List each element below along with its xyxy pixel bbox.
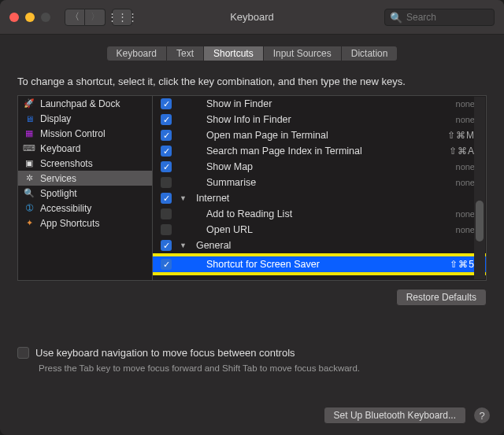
minimize-window-button[interactable] [25,13,35,22]
category-services[interactable]: ✲Services [18,171,152,186]
footer: Set Up Bluetooth Keyboard... ? [324,407,490,424]
category-label: Accessibility [40,203,91,214]
grid-icon: ⋮⋮⋮ [107,11,138,23]
shortcut-row[interactable]: ✓Show Mapnone [153,159,486,175]
tab-text[interactable]: Text [167,46,204,61]
category-display[interactable]: 🖥Display [18,111,152,126]
category-mission-control[interactable]: ▦Mission Control [18,126,152,141]
tab-keyboard[interactable]: Keyboard [106,46,167,61]
chevron-left-icon: 〈 [70,10,80,24]
shortcut-row[interactable]: ✓Open man Page in Terminal⇧⌘M [153,127,486,143]
spotlight-icon: 🔍 [23,188,35,199]
search-input[interactable] [406,12,489,23]
launchpad-icon: 🚀 [23,98,35,109]
category-label: App Shortcuts [40,218,99,229]
close-window-button[interactable] [9,13,19,22]
shortcut-checkbox[interactable]: ✓ [161,130,172,141]
shortcut-label: Show Map [206,161,448,172]
shortcut-key[interactable]: none [456,209,475,219]
restore-defaults-button[interactable]: Restore Defaults [396,289,487,306]
scrollbar[interactable] [474,97,485,279]
titlebar: 〈 〉 ⋮⋮⋮ Keyboard 🔍 [0,0,504,35]
shortcut-checkbox[interactable]: ✓ [161,193,172,204]
shortcut-label: Add to Reading List [206,208,448,219]
zoom-window-button[interactable] [41,13,50,22]
restore-row: Restore Defaults [0,281,504,306]
shortcut-checkbox[interactable]: ✓ [161,259,172,270]
shortcut-key[interactable]: none [456,225,475,234]
category-spotlight[interactable]: 🔍Spotlight [18,186,152,201]
highlighted-shortcut: ✓Shortcut for Screen Saver⇧⌘5 [153,253,487,275]
category-label: Keyboard [40,143,80,154]
tab-dictation[interactable]: Dictation [342,46,398,61]
bluetooth-keyboard-button[interactable]: Set Up Bluetooth Keyboard... [324,407,466,424]
shortcut-key[interactable]: none [456,178,475,187]
help-button[interactable]: ? [474,407,490,423]
keyboard-nav-label: Use keyboard navigation to move focus be… [35,347,295,359]
forward-button[interactable]: 〉 [85,9,106,26]
shortcut-key[interactable]: none [456,162,475,171]
keyboard-nav-section: Use keyboard navigation to move focus be… [0,306,504,373]
instruction-text: To change a shortcut, select it, click t… [0,69,504,95]
keyboard-nav-checkbox[interactable] [17,347,29,359]
tab-shortcuts[interactable]: Shortcuts [204,46,264,61]
shortcut-row[interactable]: ✓Shortcut for Screen Saver⇧⌘5 [153,256,486,272]
tab-input-sources[interactable]: Input Sources [264,46,342,61]
category-keyboard[interactable]: ⌨Keyboard [18,141,152,156]
shortcut-checkbox[interactable]: ✓ [161,240,172,251]
shortcut-row[interactable]: ✓Show in Findernone [153,96,486,112]
shortcut-key[interactable]: ⇧⌘M [447,130,475,141]
chevron-right-icon: 〉 [91,10,100,24]
shortcut-key[interactable]: none [456,115,475,124]
shortcut-checkbox[interactable]: ✓ [161,98,172,109]
search-icon: 🔍 [390,12,402,24]
shortcut-list[interactable]: ✓Show in Findernone✓Show Info in Findern… [153,95,487,281]
shortcut-label: Show in Finder [206,98,448,109]
shortcut-row[interactable]: ✓Show Info in Findernone [153,112,486,127]
category-label: Spotlight [40,188,77,199]
shortcut-label: Summarise [206,177,448,188]
shortcut-label: Open URL [206,224,448,235]
shortcut-row[interactable]: ✓Search man Page Index in Terminal⇧⌘A [153,143,486,159]
shortcut-group-header[interactable]: ✓▼Internet [153,190,486,206]
shortcut-row[interactable]: Add to Reading Listnone [153,206,486,222]
services-icon: ✲ [23,173,35,184]
window-controls [9,13,50,22]
shortcut-key[interactable]: ⇧⌘A [449,146,475,157]
shortcuts-panes: 🚀Launchpad & Dock🖥Display▦Mission Contro… [0,95,504,281]
display-icon: 🖥 [23,113,35,124]
shortcut-key[interactable]: ⇧⌘5 [450,259,475,270]
back-button[interactable]: 〈 [65,9,85,26]
scroll-thumb[interactable] [476,201,484,241]
category-label: Services [40,173,76,184]
shortcut-checkbox[interactable]: ✓ [161,146,172,157]
shortcut-row[interactable]: Open URLnone [153,222,486,238]
shortcut-group-header[interactable]: ✓▼General [153,238,486,253]
shortcut-label: Shortcut for Screen Saver [206,259,442,270]
shortcut-label: Open man Page in Terminal [206,130,439,141]
shortcut-row[interactable]: Summarisenone [153,175,486,190]
category-screenshots[interactable]: ▣Screenshots [18,156,152,171]
app-shortcuts-icon: ✦ [23,218,35,229]
tab-bar: KeyboardTextShortcutsInput SourcesDictat… [0,35,504,69]
category-label: Display [40,113,71,124]
shortcut-checkbox[interactable] [161,224,172,235]
category-list[interactable]: 🚀Launchpad & Dock🖥Display▦Mission Contro… [17,95,153,281]
keyboard-icon: ⌨ [23,143,35,154]
keyboard-nav-hint: Press the Tab key to move focus forward … [17,359,487,373]
shortcut-checkbox[interactable] [161,177,172,188]
group-label: Internet [196,193,475,204]
shortcut-checkbox[interactable]: ✓ [161,114,172,125]
shortcut-key[interactable]: none [456,99,475,109]
category-launchpad-dock[interactable]: 🚀Launchpad & Dock [18,96,152,111]
search-field[interactable]: 🔍 [384,9,495,26]
accessibility-icon: ➀ [23,203,35,214]
shortcut-checkbox[interactable]: ✓ [161,161,172,172]
show-all-button[interactable]: ⋮⋮⋮ [112,9,132,26]
shortcut-checkbox[interactable] [161,208,172,219]
group-label: General [196,240,475,251]
category-app-shortcuts[interactable]: ✦App Shortcuts [18,216,152,230]
shortcut-label: Search man Page Index in Terminal [206,146,441,157]
disclosure-triangle-icon: ▼ [180,194,187,202]
category-accessibility[interactable]: ➀Accessibility [18,201,152,216]
